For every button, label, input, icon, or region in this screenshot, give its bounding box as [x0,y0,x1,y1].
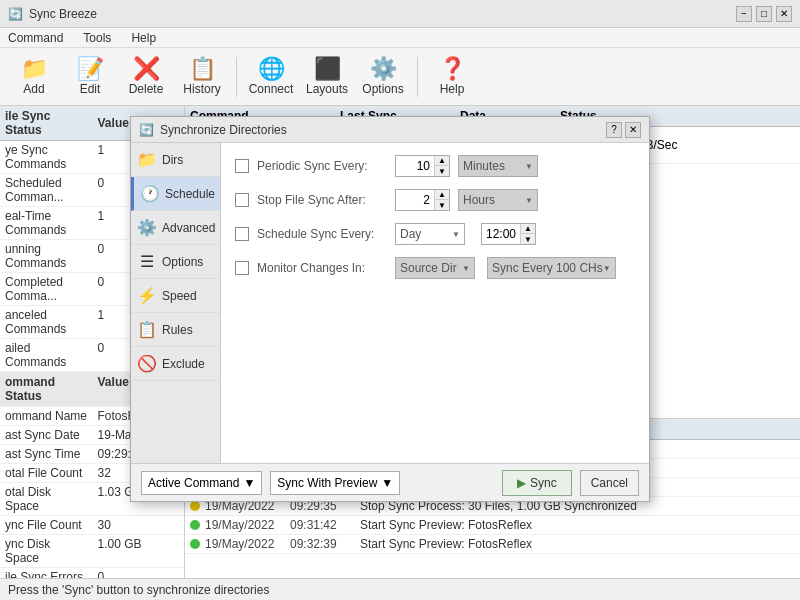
periodic-sync-down[interactable]: ▼ [435,166,449,176]
app-icon: 🔄 [8,7,23,21]
toolbar-connect-button[interactable]: 🌐 Connect [245,52,297,102]
schedule-icon: 🕐 [140,184,160,203]
sidebar-item-exclude[interactable]: 🚫 Exclude [131,347,220,381]
delete-icon: ❌ [133,58,160,80]
monitor-changes-label: Monitor Changes In: [257,261,387,275]
dialog-close-button[interactable]: ✕ [625,122,641,138]
toolbar-layouts-button[interactable]: ⬛ Layouts [301,52,353,102]
cancel-button[interactable]: Cancel [580,470,639,496]
periodic-sync-row: Periodic Sync Every: 10 ▲ ▼ Minutes ▼ [235,155,635,177]
stop-sync-label: Stop File Sync After: [257,193,387,207]
stop-sync-spinner[interactable]: 2 ▲ ▼ [395,189,450,211]
schedule-sync-dropdown[interactable]: Day ▼ [395,223,465,245]
sidebar-item-schedule[interactable]: 🕐 Schedule [131,177,220,211]
periodic-sync-checkbox[interactable] [235,159,249,173]
stop-sync-spinner-btns: ▲ ▼ [434,190,449,210]
options-label: Options [362,82,403,96]
menu-tools[interactable]: Tools [79,29,115,47]
stop-sync-checkbox[interactable] [235,193,249,207]
status-bar-text: Press the 'Sync' button to synchronize d… [8,583,269,597]
schedule-time-spinner[interactable]: 12:00 ▲ ▼ [481,223,536,245]
options-icon: ☰ [137,252,157,271]
help-icon: ❓ [439,58,466,80]
monitor-source-val: Source Dir [400,261,457,275]
toolbar-delete-button[interactable]: ❌ Delete [120,52,172,102]
periodic-sync-spinner[interactable]: 10 ▲ ▼ [395,155,450,177]
edit-label: Edit [80,82,101,96]
periodic-sync-value: 10 [396,157,434,175]
stop-sync-down[interactable]: ▼ [435,200,449,210]
menu-command[interactable]: Command [4,29,67,47]
sidebar-advanced-label: Advanced [162,221,215,235]
add-icon: 📁 [21,58,48,80]
stop-sync-value: 2 [396,191,434,209]
history-icon: 📋 [189,58,216,80]
delete-label: Delete [129,82,164,96]
periodic-sync-dropdown-val: Minutes [463,159,505,173]
dialog-footer: Active Command ▼ Sync With Preview ▼ ▶ S… [131,463,649,501]
synchronize-dialog: 🔄 Synchronize Directories ? ✕ 📁 Dirs [130,116,650,502]
dialog-content: Periodic Sync Every: 10 ▲ ▼ Minutes ▼ [221,143,649,463]
schedule-sync-checkbox[interactable] [235,227,249,241]
toolbar-history-button[interactable]: 📋 History [176,52,228,102]
schedule-time-spinner-btns: ▲ ▼ [520,224,535,244]
sidebar-item-advanced[interactable]: ⚙️ Advanced [131,211,220,245]
schedule-sync-label: Schedule Sync Every: [257,227,387,241]
toolbar-separator2 [417,57,418,97]
periodic-sync-spinner-btns: ▲ ▼ [434,156,449,176]
dialog-title-buttons: ? ✕ [606,122,641,138]
sidebar-item-speed[interactable]: ⚡ Speed [131,279,220,313]
toolbar-edit-button[interactable]: 📝 Edit [64,52,116,102]
active-command-arrow: ▼ [243,476,255,490]
menu-help[interactable]: Help [127,29,160,47]
toolbar-add-button[interactable]: 📁 Add [8,52,60,102]
status-bar: Press the 'Sync' button to synchronize d… [0,578,800,600]
dropdown-arrow5: ▼ [603,264,611,273]
toolbar-help-button[interactable]: ❓ Help [426,52,478,102]
dialog-overlay: 🔄 Synchronize Directories ? ✕ 📁 Dirs [0,106,800,578]
sync-preview-dropdown[interactable]: Sync With Preview ▼ [270,471,400,495]
toolbar: 📁 Add 📝 Edit ❌ Delete 📋 History 🌐 Connec… [0,48,800,106]
active-command-label: Active Command [148,476,239,490]
monitor-source-dropdown[interactable]: Source Dir ▼ [395,257,475,279]
dialog-help-button[interactable]: ? [606,122,622,138]
schedule-sync-dropdown-val: Day [400,227,421,241]
monitor-changes-checkbox[interactable] [235,261,249,275]
dialog-title-text: Synchronize Directories [160,123,287,137]
stop-sync-dropdown-val: Hours [463,193,495,207]
menu-bar: Command Tools Help [0,28,800,48]
periodic-sync-dropdown[interactable]: Minutes ▼ [458,155,538,177]
stop-sync-up[interactable]: ▲ [435,190,449,200]
sidebar-exclude-label: Exclude [162,357,205,371]
dirs-icon: 📁 [137,150,157,169]
sync-btn-label: Sync [530,476,557,490]
stop-sync-row: Stop File Sync After: 2 ▲ ▼ Hours ▼ [235,189,635,211]
sync-button[interactable]: ▶ Sync [502,470,572,496]
sidebar-speed-label: Speed [162,289,197,303]
dialog-title-bar: 🔄 Synchronize Directories ? ✕ [131,117,649,143]
monitor-sync-val: Sync Every 100 CHs [492,261,603,275]
periodic-sync-up[interactable]: ▲ [435,156,449,166]
dialog-icon: 🔄 [139,123,154,137]
dialog-title: 🔄 Synchronize Directories [139,123,287,137]
monitor-sync-dropdown[interactable]: Sync Every 100 CHs ▼ [487,257,616,279]
monitor-changes-row: Monitor Changes In: Source Dir ▼ Sync Ev… [235,257,635,279]
sidebar-item-dirs[interactable]: 📁 Dirs [131,143,220,177]
dropdown-arrow2: ▼ [525,196,533,205]
toolbar-options-button[interactable]: ⚙️ Options [357,52,409,102]
options-icon: ⚙️ [370,58,397,80]
sync-btn-icon: ▶ [517,476,526,490]
periodic-sync-label: Periodic Sync Every: [257,159,387,173]
maximize-button[interactable]: □ [756,6,772,22]
active-command-dropdown[interactable]: Active Command ▼ [141,471,262,495]
sidebar-schedule-label: Schedule [165,187,215,201]
sidebar-item-rules[interactable]: 📋 Rules [131,313,220,347]
sidebar-rules-label: Rules [162,323,193,337]
schedule-time-down[interactable]: ▼ [521,234,535,244]
minimize-button[interactable]: − [736,6,752,22]
stop-sync-dropdown[interactable]: Hours ▼ [458,189,538,211]
sidebar-item-options[interactable]: ☰ Options [131,245,220,279]
close-button[interactable]: ✕ [776,6,792,22]
connect-icon: 🌐 [258,58,285,80]
schedule-time-up[interactable]: ▲ [521,224,535,234]
